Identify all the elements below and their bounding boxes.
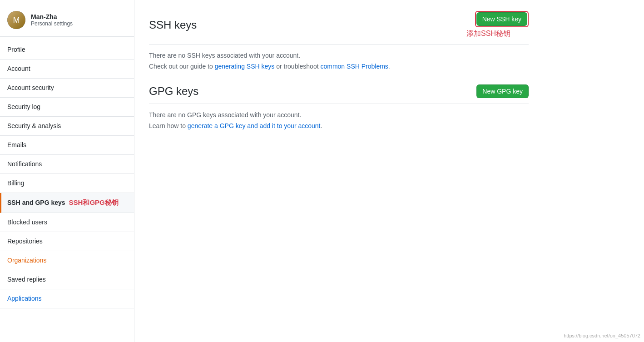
- gpg-guide-end: .: [320, 122, 322, 129]
- gpg-section-title: GPG keys: [149, 85, 198, 98]
- ssh-problems-link[interactable]: common SSH Problems: [320, 63, 388, 70]
- sidebar-item-blocked-users[interactable]: Blocked users: [0, 213, 134, 232]
- ssh-guide-prefix: Check out our guide to: [149, 63, 215, 70]
- watermark: https://blog.csdn.net/on_45057072: [564, 333, 640, 338]
- ssh-generating-link[interactable]: generating SSH keys: [215, 63, 275, 70]
- sidebar-link-account[interactable]: Account: [0, 59, 134, 78]
- gpg-guide-text: Learn how to generate a GPG key and add …: [149, 122, 529, 129]
- gpg-no-keys-message: There are no GPG keys associated with yo…: [149, 111, 529, 119]
- sidebar-item-ssh-gpg-keys[interactable]: SSH and GPG keysSSH和GPG秘钥: [0, 193, 134, 213]
- avatar: M: [7, 11, 25, 29]
- ssh-guide-end: .: [388, 63, 390, 70]
- sidebar-nav: ProfileAccountAccount securitySecurity l…: [0, 40, 134, 308]
- ssh-keys-section: SSH keys New SSH key 添加SSH秘钥 There are n…: [149, 11, 529, 70]
- new-gpg-key-button[interactable]: New GPG key: [476, 84, 529, 98]
- user-info: Man-Zha Personal settings: [31, 13, 73, 27]
- sidebar-item-security-log[interactable]: Security log: [0, 98, 134, 117]
- ssh-section-header: SSH keys New SSH key 添加SSH秘钥: [149, 11, 529, 45]
- ssh-annotation: 添加SSH秘钥: [466, 29, 529, 39]
- sidebar-link-security-analysis[interactable]: Security & analysis: [0, 117, 134, 135]
- avatar-image: M: [7, 11, 25, 29]
- ssh-section-title: SSH keys: [149, 19, 197, 31]
- sidebar-item-profile[interactable]: Profile: [0, 40, 134, 59]
- ssh-section-body: There are no SSH keys associated with yo…: [149, 52, 529, 70]
- gpg-section-header: GPG keys New GPG key: [149, 84, 529, 104]
- sidebar-link-billing[interactable]: Billing: [0, 174, 134, 193]
- new-ssh-key-border: New SSH key: [475, 11, 529, 27]
- sidebar-link-organizations[interactable]: Organizations: [0, 251, 134, 270]
- sidebar-item-billing[interactable]: Billing: [0, 174, 134, 193]
- sidebar-item-applications[interactable]: Applications: [0, 289, 134, 308]
- personal-settings-label: Personal settings: [31, 20, 73, 27]
- sidebar-link-applications[interactable]: Applications: [0, 289, 134, 308]
- sidebar-link-security-log[interactable]: Security log: [0, 98, 134, 116]
- sidebar-link-saved-replies[interactable]: Saved replies: [0, 270, 134, 289]
- ssh-guide-text: Check out our guide to generating SSH ke…: [149, 63, 529, 70]
- sidebar-item-security-analysis[interactable]: Security & analysis: [0, 117, 134, 136]
- sidebar-item-organizations[interactable]: Organizations: [0, 251, 134, 270]
- ssh-gpg-sidebar-annotation: SSH和GPG秘钥: [69, 198, 119, 206]
- sidebar: M Man-Zha Personal settings ProfileAccou…: [0, 0, 134, 342]
- sidebar-link-repositories[interactable]: Repositories: [0, 232, 134, 251]
- sidebar-item-account[interactable]: Account: [0, 59, 134, 79]
- sidebar-item-saved-replies[interactable]: Saved replies: [0, 270, 134, 289]
- sidebar-link-emails[interactable]: Emails: [0, 136, 134, 154]
- username: Man-Zha: [31, 13, 73, 20]
- gpg-guide-prefix: Learn how to: [149, 122, 188, 129]
- sidebar-item-notifications[interactable]: Notifications: [0, 155, 134, 174]
- sidebar-link-notifications[interactable]: Notifications: [0, 155, 134, 173]
- ssh-no-keys-message: There are no SSH keys associated with yo…: [149, 52, 529, 59]
- gpg-guide-link[interactable]: generate a GPG key and add it to your ac…: [188, 122, 321, 129]
- main-content: SSH keys New SSH key 添加SSH秘钥 There are n…: [134, 0, 543, 342]
- gpg-keys-section: GPG keys New GPG key There are no GPG ke…: [149, 84, 529, 129]
- new-ssh-key-button[interactable]: New SSH key: [476, 12, 527, 26]
- sidebar-link-account-security[interactable]: Account security: [0, 79, 134, 97]
- sidebar-item-repositories[interactable]: Repositories: [0, 232, 134, 251]
- sidebar-header: M Man-Zha Personal settings: [0, 7, 134, 37]
- gpg-section-body: There are no GPG keys associated with yo…: [149, 111, 529, 129]
- sidebar-link-profile[interactable]: Profile: [0, 40, 134, 59]
- ssh-guide-mid: or troubleshoot: [274, 63, 320, 70]
- sidebar-item-emails[interactable]: Emails: [0, 136, 134, 155]
- sidebar-link-blocked-users[interactable]: Blocked users: [0, 213, 134, 232]
- sidebar-link-ssh-gpg-keys[interactable]: SSH and GPG keysSSH和GPG秘钥: [1, 193, 134, 213]
- sidebar-item-account-security[interactable]: Account security: [0, 79, 134, 98]
